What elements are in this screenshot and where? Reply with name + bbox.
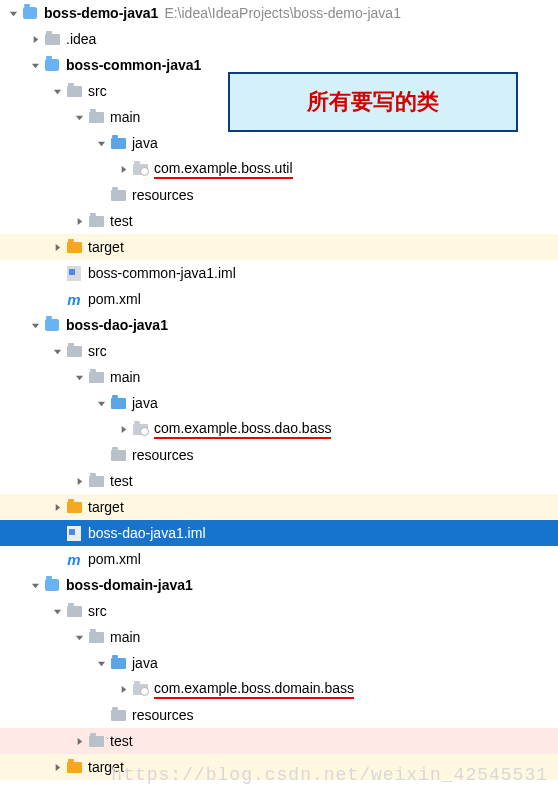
package-icon	[132, 161, 148, 177]
expand-arrow-icon[interactable]	[72, 477, 86, 486]
tree-row[interactable]: resources	[0, 442, 558, 468]
tree-row[interactable]: java	[0, 130, 558, 156]
tree-node-label: java	[132, 655, 158, 671]
expand-arrow-icon[interactable]	[50, 607, 64, 616]
tree-row[interactable]: resources	[0, 182, 558, 208]
maven-icon: m	[66, 551, 82, 567]
expand-arrow-icon[interactable]	[94, 399, 108, 408]
expand-arrow-icon[interactable]	[72, 373, 86, 382]
tree-node-label: .idea	[66, 31, 96, 47]
expand-arrow-icon[interactable]	[116, 685, 130, 694]
expand-arrow-icon[interactable]	[50, 347, 64, 356]
folder-icon	[66, 603, 82, 619]
folder-icon	[88, 213, 104, 229]
tree-row[interactable]: main	[0, 364, 558, 390]
tree-row[interactable]: com.example.boss.domain.bass	[0, 676, 558, 702]
expand-arrow-icon[interactable]	[116, 425, 130, 434]
tree-row[interactable]: target	[0, 234, 558, 260]
expand-arrow-icon[interactable]	[6, 9, 20, 18]
expand-arrow-icon[interactable]	[50, 87, 64, 96]
folder-icon	[88, 629, 104, 645]
tree-node-label: target	[88, 759, 124, 775]
tree-row[interactable]: mpom.xml	[0, 286, 558, 312]
tree-node-label: boss-dao-java1.iml	[88, 525, 206, 541]
folder-excluded-icon	[66, 239, 82, 255]
expand-arrow-icon[interactable]	[116, 165, 130, 174]
tree-node-label: com.example.boss.domain.bass	[154, 680, 354, 699]
expand-arrow-icon[interactable]	[94, 139, 108, 148]
tree-node-label: com.example.boss.dao.bass	[154, 420, 331, 439]
tree-row[interactable]: resources	[0, 702, 558, 728]
expand-arrow-icon[interactable]	[94, 659, 108, 668]
tree-row[interactable]: src	[0, 338, 558, 364]
tree-row[interactable]: boss-dao-java1.iml	[0, 520, 558, 546]
source-folder-icon	[110, 135, 126, 151]
tree-row[interactable]: boss-common-java1.iml	[0, 260, 558, 286]
tree-node-hint: E:\idea\IdeaProjects\boss-demo-java1	[164, 5, 401, 21]
tree-node-label: main	[110, 109, 140, 125]
module-icon	[44, 577, 60, 593]
tree-node-label: src	[88, 343, 107, 359]
tree-row[interactable]: test	[0, 728, 558, 754]
expand-arrow-icon[interactable]	[72, 113, 86, 122]
tree-node-label: main	[110, 629, 140, 645]
module-icon	[44, 317, 60, 333]
tree-row[interactable]: test	[0, 468, 558, 494]
tree-node-label: boss-dao-java1	[66, 317, 168, 333]
expand-arrow-icon[interactable]	[28, 61, 42, 70]
iml-file-icon	[66, 525, 82, 541]
tree-row[interactable]: com.example.boss.util	[0, 156, 558, 182]
module-icon	[22, 5, 38, 21]
folder-icon	[88, 473, 104, 489]
expand-arrow-icon[interactable]	[28, 35, 42, 44]
tree-row[interactable]: src	[0, 598, 558, 624]
module-icon	[44, 57, 60, 73]
tree-row[interactable]: .idea	[0, 26, 558, 52]
tree-row[interactable]: target	[0, 494, 558, 520]
tree-node-label: java	[132, 135, 158, 151]
source-folder-icon	[110, 655, 126, 671]
tree-row[interactable]: test	[0, 208, 558, 234]
expand-arrow-icon[interactable]	[50, 763, 64, 772]
iml-file-icon	[66, 265, 82, 281]
expand-arrow-icon[interactable]	[50, 503, 64, 512]
expand-arrow-icon[interactable]	[72, 217, 86, 226]
tree-row[interactable]: boss-domain-java1	[0, 572, 558, 598]
folder-icon	[44, 31, 60, 47]
folder-excluded-icon	[66, 499, 82, 515]
tree-row[interactable]: boss-dao-java1	[0, 312, 558, 338]
expand-arrow-icon[interactable]	[72, 737, 86, 746]
expand-arrow-icon[interactable]	[72, 633, 86, 642]
expand-arrow-icon[interactable]	[50, 243, 64, 252]
tree-row[interactable]: main	[0, 624, 558, 650]
folder-icon	[88, 733, 104, 749]
expand-arrow-icon[interactable]	[28, 581, 42, 590]
tree-node-label: test	[110, 213, 133, 229]
tree-node-label: test	[110, 473, 133, 489]
source-folder-icon	[110, 395, 126, 411]
folder-icon	[110, 447, 126, 463]
folder-icon	[110, 187, 126, 203]
expand-arrow-icon[interactable]	[28, 321, 42, 330]
tree-node-label: target	[88, 499, 124, 515]
tree-node-label: boss-domain-java1	[66, 577, 193, 593]
tree-row[interactable]: java	[0, 650, 558, 676]
folder-excluded-icon	[66, 759, 82, 775]
tree-node-label: pom.xml	[88, 291, 141, 307]
tree-node-label: target	[88, 239, 124, 255]
tree-node-label: boss-common-java1.iml	[88, 265, 236, 281]
tree-row[interactable]: com.example.boss.dao.bass	[0, 416, 558, 442]
tree-node-label: resources	[132, 707, 193, 723]
tree-row[interactable]: mpom.xml	[0, 546, 558, 572]
tree-node-label: src	[88, 83, 107, 99]
tree-node-label: boss-common-java1	[66, 57, 201, 73]
folder-icon	[110, 707, 126, 723]
annotation-callout: 所有要写的类	[228, 72, 518, 132]
tree-row[interactable]: target	[0, 754, 558, 780]
tree-node-label: resources	[132, 447, 193, 463]
tree-node-label: main	[110, 369, 140, 385]
tree-row[interactable]: boss-demo-java1E:\idea\IdeaProjects\boss…	[0, 0, 558, 26]
tree-row[interactable]: java	[0, 390, 558, 416]
folder-icon	[66, 343, 82, 359]
tree-node-label: resources	[132, 187, 193, 203]
